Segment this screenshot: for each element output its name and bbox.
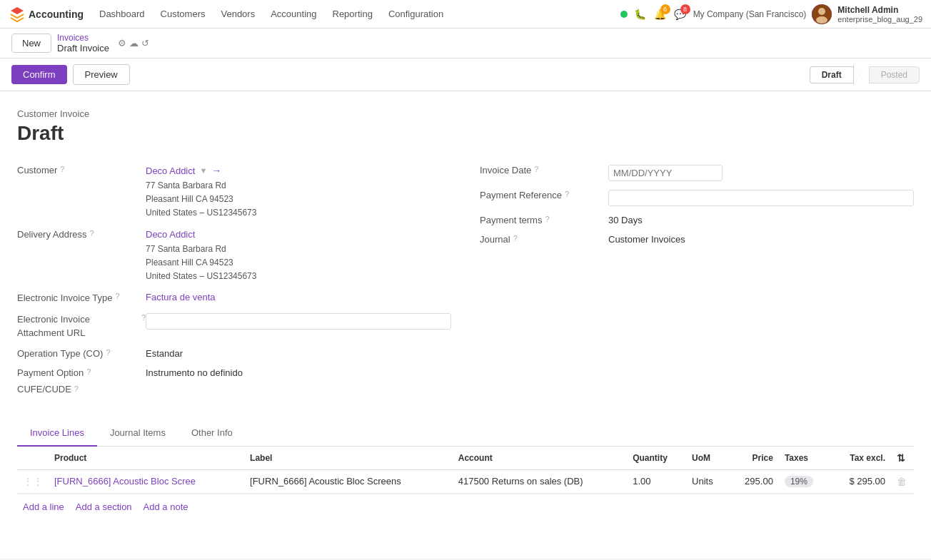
delivery-address-label: Delivery Address ? bbox=[17, 226, 146, 240]
delivery-address-text: 77 Santa Barbara Rd Pleasant Hill CA 945… bbox=[146, 243, 451, 284]
cloud-icon[interactable]: ☁ bbox=[129, 38, 139, 49]
cufe-help-icon[interactable]: ? bbox=[74, 385, 79, 393]
cufe-label: CUFE/CUDE bbox=[17, 384, 71, 394]
electronic-invoice-type-value: Factura de venta bbox=[146, 289, 451, 302]
payment-terms-help[interactable]: ? bbox=[545, 215, 549, 223]
operation-type-row: Operation Type (CO) ? Estandar bbox=[17, 345, 451, 359]
notification-icon[interactable]: 🔔 6 bbox=[653, 7, 668, 21]
company-name[interactable]: My Company (San Francisco) bbox=[693, 9, 807, 19]
nav-configuration[interactable]: Configuration bbox=[381, 6, 451, 22]
status-posted[interactable]: Posted bbox=[869, 66, 920, 83]
payment-option-value: Instrumento no definido bbox=[146, 365, 451, 378]
preview-button[interactable]: Preview bbox=[73, 64, 130, 85]
add-line-link[interactable]: Add a line bbox=[23, 502, 64, 512]
breadcrumb: Invoices Draft Invoice bbox=[57, 33, 109, 54]
payment-reference-input[interactable] bbox=[608, 190, 914, 206]
user-avatar[interactable] bbox=[812, 4, 832, 24]
delivery-link[interactable]: Deco Addict bbox=[146, 229, 195, 240]
notification-badge: 6 bbox=[660, 4, 670, 14]
electronic-invoice-type-help[interactable]: ? bbox=[115, 292, 119, 300]
cufe-row: CUFE/CUDE ? bbox=[17, 384, 451, 394]
tabs: Invoice Lines Journal Items Other Info bbox=[17, 420, 914, 447]
customer-link[interactable]: Deco Addict bbox=[146, 166, 195, 176]
svg-point-2 bbox=[816, 16, 827, 24]
main-content: Customer Invoice Draft Customer ? Deco A… bbox=[0, 91, 931, 559]
quantity-cell[interactable]: 1.00 bbox=[627, 469, 686, 493]
delete-cell[interactable]: 🗑 bbox=[891, 469, 914, 493]
add-section-link[interactable]: Add a section bbox=[76, 502, 132, 512]
tab-other-info[interactable]: Other Info bbox=[178, 420, 246, 447]
nav-dashboard[interactable]: Dashboard bbox=[92, 6, 152, 22]
nav-customers[interactable]: Customers bbox=[154, 6, 213, 22]
payment-reference-value[interactable] bbox=[608, 187, 914, 206]
actionbar: New Invoices Draft Invoice ⚙ ☁ ↺ bbox=[0, 29, 931, 58]
invoice-status-title: Draft bbox=[17, 122, 914, 145]
status-online-dot bbox=[620, 11, 628, 18]
new-button[interactable]: New bbox=[11, 34, 51, 53]
invoice-date-value[interactable] bbox=[608, 162, 914, 181]
customer-row: Customer ? Deco Addict ▼ → 77 Santa Barb… bbox=[17, 162, 451, 220]
col-taxes: Taxes bbox=[779, 447, 830, 470]
message-badge: 8 bbox=[680, 4, 690, 14]
column-settings-icon[interactable]: ⇅ bbox=[897, 452, 905, 464]
customer-nav-arrow[interactable]: → bbox=[211, 165, 221, 176]
delete-row-icon[interactable]: 🗑 bbox=[897, 476, 907, 487]
price-cell[interactable]: 295.00 bbox=[728, 469, 778, 493]
customer-dropdown-icon[interactable]: ▼ bbox=[199, 166, 207, 175]
payment-reference-row: Payment Reference ? bbox=[480, 187, 914, 206]
payment-option-help[interactable]: ? bbox=[86, 367, 91, 376]
nav-reporting[interactable]: Reporting bbox=[326, 6, 380, 22]
svg-point-1 bbox=[818, 8, 825, 15]
col-account: Account bbox=[453, 447, 627, 470]
tax-badge[interactable]: 19% bbox=[785, 476, 813, 487]
refresh-icon[interactable]: ↺ bbox=[141, 38, 149, 49]
account-cell[interactable]: 417500 Returns on sales (DB) bbox=[453, 469, 627, 493]
settings-icon[interactable]: ⚙ bbox=[118, 38, 126, 49]
electronic-invoice-url-input[interactable] bbox=[146, 313, 451, 330]
invoice-date-row: Invoice Date ? bbox=[480, 162, 914, 181]
electronic-invoice-type-label: Electronic Invoice Type ? bbox=[17, 289, 146, 305]
col-label: Label bbox=[244, 447, 453, 470]
tab-journal-items[interactable]: Journal Items bbox=[97, 420, 178, 447]
invoice-date-input[interactable] bbox=[608, 165, 723, 181]
message-icon[interactable]: 💬 8 bbox=[673, 7, 688, 21]
confirm-button[interactable]: Confirm bbox=[11, 65, 67, 84]
customer-label: Customer ? bbox=[17, 162, 146, 175]
topnav-right: 🐛 🔔 6 💬 8 My Company (San Francisco) Mit… bbox=[620, 4, 922, 24]
user-name: Mitchell Admin bbox=[837, 5, 922, 15]
invoice-date-help[interactable]: ? bbox=[534, 165, 538, 173]
status-draft[interactable]: Draft bbox=[810, 66, 853, 83]
nav-accounting[interactable]: Accounting bbox=[263, 6, 323, 22]
operation-type-help[interactable]: ? bbox=[106, 348, 110, 357]
uom-cell[interactable]: Units bbox=[686, 469, 728, 493]
tab-invoice-lines[interactable]: Invoice Lines bbox=[17, 420, 97, 447]
customer-address: 77 Santa Barbara Rd Pleasant Hill CA 945… bbox=[146, 179, 451, 220]
delivery-help-icon[interactable]: ? bbox=[90, 229, 94, 238]
drag-dots-icon[interactable]: ⋮⋮ bbox=[23, 476, 43, 487]
payment-reference-help[interactable]: ? bbox=[565, 190, 569, 198]
app-logo[interactable]: Accounting bbox=[9, 6, 84, 23]
user-info: Mitchell Admin enterprise_blog_aug_29 bbox=[837, 5, 922, 24]
product-cell[interactable]: [FURN_6666] Acoustic Bloc Scree bbox=[49, 469, 244, 493]
col-price: Price bbox=[728, 447, 778, 470]
taxes-cell: 19% bbox=[779, 469, 830, 493]
breadcrumb-parent[interactable]: Invoices bbox=[57, 33, 109, 43]
form-grid: Customer ? Deco Addict ▼ → 77 Santa Barb… bbox=[17, 162, 914, 406]
drag-handle[interactable]: ⋮⋮ bbox=[17, 469, 49, 493]
add-note-link[interactable]: Add a note bbox=[144, 502, 188, 512]
breadcrumb-current: Draft Invoice bbox=[57, 43, 109, 54]
payment-reference-label: Payment Reference ? bbox=[480, 187, 608, 200]
bug-icon[interactable]: 🐛 bbox=[633, 7, 648, 21]
invoice-date-label: Invoice Date ? bbox=[480, 162, 608, 175]
customer-help-icon[interactable]: ? bbox=[60, 165, 64, 173]
electronic-invoice-url-value[interactable] bbox=[146, 310, 451, 330]
customer-value: Deco Addict ▼ → 77 Santa Barbara Rd Plea… bbox=[146, 162, 451, 220]
electronic-invoice-url-row: Electronic Invoice Attachment URL ? bbox=[17, 310, 451, 339]
journal-label: Journal ? bbox=[480, 231, 608, 245]
nav-vendors[interactable]: Vendors bbox=[213, 6, 262, 22]
product-link[interactable]: [FURN_6666] Acoustic Bloc Scree bbox=[54, 476, 196, 487]
electronic-invoice-url-label: Electronic Invoice Attachment URL ? bbox=[17, 310, 146, 339]
label-cell[interactable]: [FURN_6666] Acoustic Bloc Screens bbox=[244, 469, 453, 493]
col-actions[interactable]: ⇅ bbox=[891, 447, 914, 470]
journal-help[interactable]: ? bbox=[513, 234, 518, 243]
